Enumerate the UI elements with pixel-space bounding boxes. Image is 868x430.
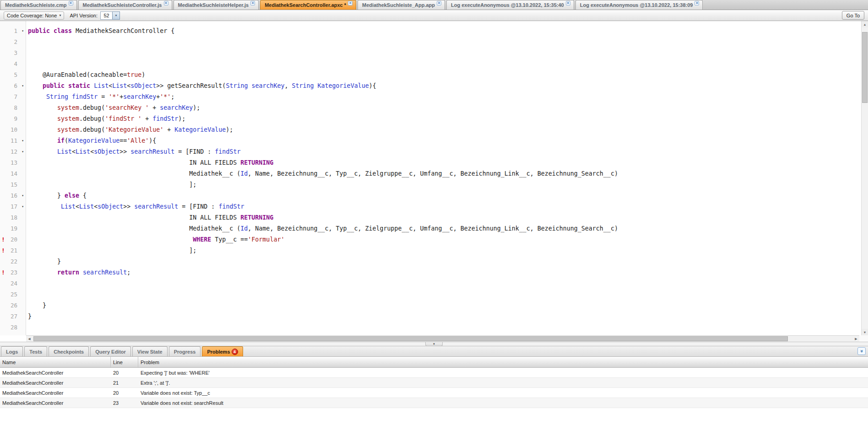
bottom-tab-checkpoints[interactable]: Checkpoints	[49, 346, 89, 356]
fold-arrow-icon[interactable]: ▾	[22, 204, 24, 210]
vertical-scrollbar[interactable]: ▲ ▼	[861, 21, 868, 335]
fold-arrow-icon[interactable]: ▾	[22, 83, 24, 89]
gutter-line: !23	[0, 267, 26, 278]
code-token: searchKey	[123, 93, 156, 100]
code-line: ];	[28, 245, 861, 256]
bottom-tab-query-editor[interactable]: Query Editor	[90, 346, 131, 356]
column-header-name[interactable]: Name	[0, 357, 111, 367]
bottom-tab-tests[interactable]: Tests	[24, 346, 47, 356]
code-line: IN ALL FIELDS RETURNING	[28, 157, 861, 168]
code-token: ){	[369, 82, 376, 89]
fold-arrow-icon[interactable]: ▾	[22, 149, 24, 155]
close-icon[interactable]: ✕	[566, 1, 570, 5]
code-token: (	[65, 137, 68, 144]
fold-arrow-icon[interactable]: ▾	[22, 28, 24, 34]
code-coverage-dropdown[interactable]: Code Coverage: None ▾	[4, 11, 64, 20]
code-token: +	[149, 104, 160, 111]
editor-tab[interactable]: MediathekSuchleisteController.js✕	[78, 0, 172, 10]
editor-tab[interactable]: MediathekSuchleisteHelper.js✕	[174, 0, 259, 10]
code-token: , Name, Bezeichnung__c, Typ__c, Zielgrup…	[248, 170, 618, 177]
api-version-select[interactable]: 52 ▾	[100, 11, 120, 20]
scroll-left-arrow-icon[interactable]: ◀	[26, 336, 33, 342]
editor-toolbar: Code Coverage: None ▾ API Version: 52 ▾ …	[0, 10, 868, 21]
collapse-panel-handle[interactable]: ▼	[425, 342, 443, 346]
code-token: <	[72, 148, 76, 155]
code-token: ,	[285, 82, 292, 89]
gutter-line: 2	[0, 37, 26, 48]
table-row[interactable]: MediathekSearchController21Extra ';', at…	[0, 378, 868, 388]
code-token: List	[79, 203, 94, 210]
close-icon[interactable]: ✕	[69, 1, 73, 5]
horizontal-scrollbar-thumb[interactable]	[33, 336, 788, 341]
collapse-panel-button[interactable]: »	[857, 347, 866, 355]
table-row[interactable]: MediathekSearchController20Expecting ']'…	[0, 368, 868, 378]
problem-name-cell: MediathekSearchController	[0, 368, 111, 377]
code-token: findStr	[152, 115, 178, 122]
code-token: Typ__c ==	[211, 236, 248, 243]
horizontal-scrollbar[interactable]: ◀ ▶	[26, 335, 859, 342]
bottom-tab-label: Tests	[29, 349, 42, 355]
code-token: <	[90, 148, 94, 155]
bottom-tab-logs[interactable]: Logs	[1, 346, 23, 356]
code-editor[interactable]: 1▾23456▾7891011▾12▾13141516▾17▾1819!20!2…	[0, 21, 868, 342]
code-line: }	[28, 311, 861, 322]
code-line: List<List<sObject>> searchResult = [FIND…	[28, 201, 861, 212]
close-icon[interactable]: ✕	[164, 1, 168, 5]
code-token: }	[57, 258, 61, 265]
code-line: public class MediathekSearchController {	[28, 26, 861, 37]
code-token: if	[57, 137, 65, 144]
editor-tab-label: MediathekSuchleisteController.js	[83, 2, 162, 8]
line-number: 10	[11, 126, 17, 134]
scroll-right-arrow-icon[interactable]: ▶	[853, 336, 859, 342]
code-line	[28, 48, 861, 59]
editor-tab[interactable]: MediathekSuchleiste.cmp✕	[0, 0, 77, 10]
editor-tab-label: Log executeAnonymous @13.10.2022, 15:35:…	[451, 2, 564, 8]
code-token: RETURNING	[240, 214, 273, 221]
column-header-line[interactable]: Line	[111, 357, 138, 367]
close-icon[interactable]: ✕	[250, 1, 255, 5]
problem-text-cell: Extra ';', at ']'.	[138, 378, 868, 387]
column-header-problem[interactable]: Problem	[138, 357, 868, 367]
line-number: 21	[11, 247, 17, 255]
code-content[interactable]: public class MediathekSearchController {…	[26, 21, 861, 335]
code-indent	[28, 159, 189, 166]
code-token: >>	[119, 148, 130, 155]
gutter-line: 7	[0, 91, 26, 102]
gutter-line: 29	[0, 333, 26, 335]
code-indent	[28, 214, 189, 221]
line-number: 28	[11, 323, 17, 332]
scroll-up-arrow-icon[interactable]: ▲	[862, 21, 868, 27]
code-line	[28, 289, 861, 300]
table-row[interactable]: MediathekSearchController23Variable does…	[0, 398, 868, 408]
panel-splitter[interactable]: ▼	[0, 342, 868, 346]
fold-arrow-icon[interactable]: ▾	[22, 193, 24, 199]
fold-arrow-icon[interactable]: ▾	[22, 138, 24, 144]
bottom-tab-label: Query Editor	[95, 349, 126, 355]
line-number: 18	[11, 214, 17, 222]
chevron-down-icon[interactable]: ▾	[112, 11, 120, 20]
code-line: } else {	[28, 190, 861, 201]
close-icon[interactable]: ✕	[437, 1, 441, 5]
code-token: Mediathek__c (	[189, 225, 240, 232]
code-coverage-label: Code Coverage: None	[7, 13, 57, 18]
bottom-tab-view-state[interactable]: View State	[132, 346, 168, 356]
editor-tabbar: MediathekSuchleiste.cmp✕MediathekSuchlei…	[0, 0, 868, 10]
code-token: searchResult	[134, 203, 178, 210]
scroll-down-arrow-icon[interactable]: ▼	[862, 329, 868, 335]
table-row[interactable]: MediathekSearchController20Variable does…	[0, 388, 868, 398]
gutter-line: 4	[0, 59, 26, 70]
line-number: 9	[14, 115, 17, 123]
code-indent	[28, 203, 61, 210]
go-to-button[interactable]: Go To	[842, 11, 864, 20]
close-icon[interactable]: ✕	[694, 1, 699, 5]
vertical-scrollbar-thumb[interactable]	[862, 32, 868, 103]
close-icon[interactable]: ✕	[348, 1, 353, 5]
editor-tab[interactable]: Log executeAnonymous @13.10.2022, 15:35:…	[446, 0, 574, 10]
code-token: <	[94, 203, 98, 210]
bottom-tab-problems[interactable]: Problems4	[202, 346, 243, 356]
bottom-tab-progress[interactable]: Progress	[169, 346, 201, 356]
editor-tab[interactable]: Log executeAnonymous @13.10.2022, 15:38:…	[575, 0, 703, 10]
line-number: 8	[14, 104, 17, 112]
editor-tab[interactable]: MediathekSuchleiste_App.app✕	[358, 0, 445, 10]
editor-tab[interactable]: MediathekSearchController.apxc *✕	[260, 0, 356, 10]
